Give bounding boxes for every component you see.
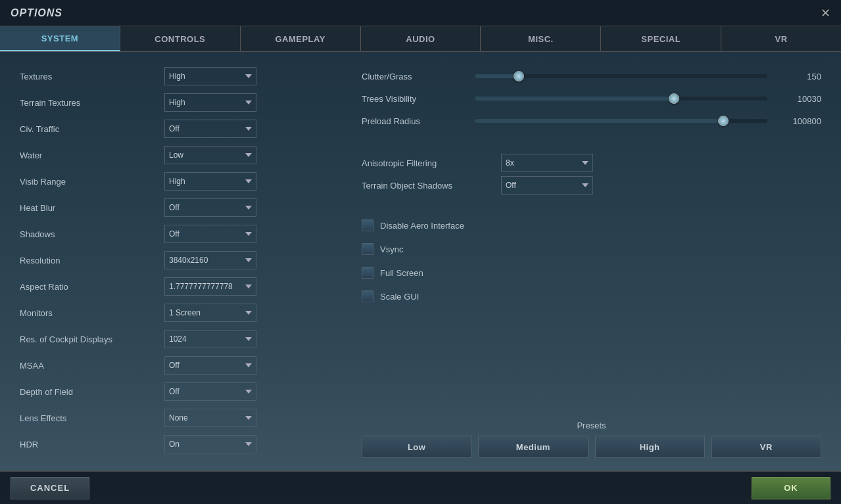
preset-buttons-group: Low Medium High VR <box>362 436 821 458</box>
slider-trees-visibility: Trees Visibility 10030 <box>362 87 821 110</box>
scale-gui-label: Scale GUI <box>380 292 419 302</box>
clutter-grass-track[interactable] <box>475 74 767 78</box>
disable-aero-label: Disable Aero Interface <box>380 221 464 231</box>
scale-gui-checkbox[interactable] <box>362 290 373 302</box>
dropdown-anisotropic: Anisotropic Filtering 8x4x2xOff <box>362 152 821 174</box>
ok-button[interactable]: OK <box>752 477 830 499</box>
content-area: Textures HighMediumLow Terrain Textures … <box>0 52 841 471</box>
preset-low-button[interactable]: Low <box>362 436 471 458</box>
monitors-select[interactable]: 1 Screen3 Screens <box>164 304 256 322</box>
cancel-button[interactable]: CANCEL <box>11 477 89 499</box>
checkbox-row-disable-aero: Disable Aero Interface <box>362 216 821 235</box>
terrain-textures-select[interactable]: HighMediumLow <box>164 93 256 112</box>
setting-monitors: Monitors 1 Screen3 Screens <box>20 302 335 324</box>
setting-resolution: Resolution 3840x21601920x1080 <box>20 249 335 271</box>
setting-textures: Textures HighMediumLow <box>20 65 335 87</box>
water-select[interactable]: LowHigh <box>164 146 256 164</box>
tab-system[interactable]: SYSTEM <box>0 26 120 51</box>
setting-lens-effects: Lens Effects NoneLowHigh <box>20 407 335 429</box>
tab-controls[interactable]: CONTROLS <box>120 26 241 51</box>
trees-visibility-track[interactable] <box>475 97 767 101</box>
civ-traffic-select[interactable]: OffLowHigh <box>164 120 256 138</box>
right-column: Clutter/Grass 150 Trees Visibility 10030 <box>362 65 821 458</box>
setting-terrain-textures: Terrain Textures HighMediumLow <box>20 91 335 114</box>
preset-vr-button[interactable]: VR <box>711 436 821 458</box>
setting-hdr: HDR OnOff <box>20 433 335 455</box>
preset-high-button[interactable]: High <box>595 436 705 458</box>
tab-vr[interactable]: VR <box>721 26 841 51</box>
setting-civ-traffic: Civ. Traffic OffLowHigh <box>20 118 335 140</box>
dropdown-terrain-shadows: Terrain Object Shadows OffOn <box>362 174 821 196</box>
visib-range-select[interactable]: HighMediumLow <box>164 172 256 191</box>
setting-visib-range: Visib Range HighMediumLow <box>20 170 335 193</box>
hdr-select[interactable]: OnOff <box>164 435 256 453</box>
setting-depth-of-field: Depth of Field OffOn <box>20 380 335 403</box>
left-column: Textures HighMediumLow Terrain Textures … <box>20 65 335 458</box>
full-screen-label: Full Screen <box>380 268 423 278</box>
close-button[interactable]: ✕ <box>821 7 830 19</box>
clutter-grass-thumb[interactable] <box>514 71 524 81</box>
tab-special[interactable]: SPECIAL <box>601 26 721 51</box>
setting-msaa: MSAA Off2x4x <box>20 354 335 377</box>
checkboxes-section: Disable Aero Interface Vsync Full Screen… <box>362 216 821 306</box>
checkbox-row-scale-gui: Scale GUI <box>362 287 821 306</box>
full-screen-checkbox[interactable] <box>362 267 373 279</box>
checkbox-row-full-screen: Full Screen <box>362 263 821 282</box>
setting-water: Water LowHigh <box>20 144 335 166</box>
textures-select[interactable]: HighMediumLow <box>164 67 256 85</box>
tab-audio[interactable]: AUDIO <box>361 26 481 51</box>
trees-visibility-thumb[interactable] <box>669 93 679 104</box>
vsync-label: Vsync <box>380 244 403 254</box>
presets-title: Presets <box>362 421 821 430</box>
resolution-select[interactable]: 3840x21601920x1080 <box>164 251 256 269</box>
anisotropic-filtering-select[interactable]: 8x4x2xOff <box>501 154 593 172</box>
bottom-bar: CANCEL OK <box>0 471 841 504</box>
slider-preload-radius: Preload Radius 100800 <box>362 110 821 132</box>
terrain-object-shadows-select[interactable]: OffOn <box>501 176 593 195</box>
preset-medium-button[interactable]: Medium <box>478 436 588 458</box>
disable-aero-checkbox[interactable] <box>362 219 373 231</box>
aspect-ratio-select[interactable]: 1.77777777777781.3333333333333 <box>164 277 256 296</box>
preload-radius-thumb[interactable] <box>718 116 729 126</box>
depth-of-field-select[interactable]: OffOn <box>164 382 256 401</box>
lens-effects-select[interactable]: NoneLowHigh <box>164 409 256 427</box>
tab-misc[interactable]: MISC. <box>481 26 601 51</box>
shadows-select[interactable]: OffLowHigh <box>164 225 256 243</box>
setting-res-cockpit: Res. of Cockpit Displays 10245122048 <box>20 328 335 350</box>
setting-shadows: Shadows OffLowHigh <box>20 223 335 245</box>
modal-title: OPTIONS <box>11 7 62 19</box>
msaa-select[interactable]: Off2x4x <box>164 356 256 375</box>
vsync-checkbox[interactable] <box>362 243 373 255</box>
tab-bar: SYSTEM CONTROLS GAMEPLAY AUDIO MISC. SPE… <box>0 26 841 52</box>
setting-heat-blur: Heat Blur OffOn <box>20 196 335 219</box>
preload-radius-track[interactable] <box>475 119 767 123</box>
res-cockpit-select[interactable]: 10245122048 <box>164 330 256 348</box>
presets-section: Presets Low Medium High VR <box>362 421 821 458</box>
heat-blur-select[interactable]: OffOn <box>164 198 256 217</box>
slider-clutter-grass: Clutter/Grass 150 <box>362 65 821 87</box>
sliders-section: Clutter/Grass 150 Trees Visibility 10030 <box>362 65 821 132</box>
checkbox-row-vsync: Vsync <box>362 240 821 258</box>
setting-aspect-ratio: Aspect Ratio 1.77777777777781.3333333333… <box>20 275 335 298</box>
options-modal: OPTIONS ✕ SYSTEM CONTROLS GAMEPLAY AUDIO… <box>0 0 841 504</box>
title-bar: OPTIONS ✕ <box>0 0 841 26</box>
tab-gameplay[interactable]: GAMEPLAY <box>241 26 361 51</box>
right-dropdowns-section: Anisotropic Filtering 8x4x2xOff Terrain … <box>362 152 821 196</box>
